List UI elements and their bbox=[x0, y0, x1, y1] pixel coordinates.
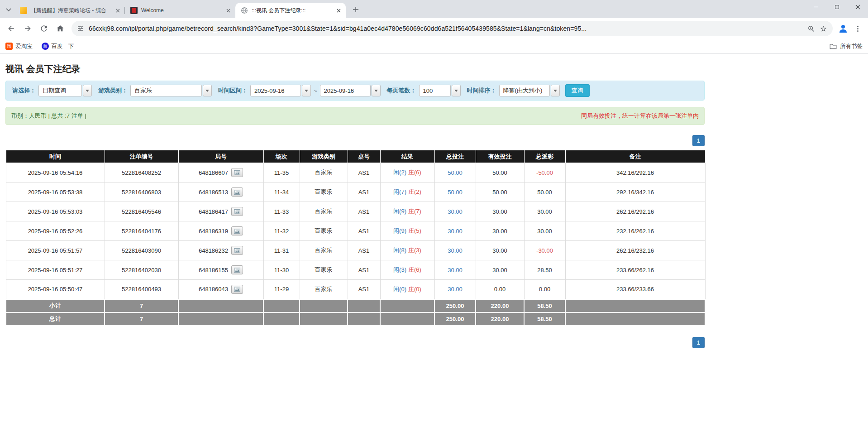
player-result: 闲(2) bbox=[393, 169, 406, 176]
reload-icon[interactable] bbox=[36, 21, 52, 36]
bookmark-star-icon[interactable] bbox=[820, 25, 827, 33]
address-bar[interactable]: 66cxkj98.com/ipl/portal.php/game/betreco… bbox=[72, 21, 833, 36]
forward-icon[interactable] bbox=[20, 21, 35, 36]
new-tab-button[interactable] bbox=[349, 3, 362, 16]
cell-bet-id: 522816408252 bbox=[105, 163, 178, 182]
date-to-select[interactable]: 2025-09-16 bbox=[320, 85, 381, 96]
col-header-round: 局号 bbox=[178, 150, 263, 163]
page-title: 视讯 会员下注纪录 bbox=[5, 63, 868, 75]
round-replay-image-button[interactable] bbox=[231, 226, 243, 235]
bookmark-taobao[interactable]: 淘 爱淘宝 bbox=[5, 43, 33, 50]
per-page-select[interactable]: 100 bbox=[419, 85, 461, 96]
close-button[interactable] bbox=[847, 0, 868, 14]
site-settings-icon[interactable] bbox=[77, 25, 84, 32]
minimize-button[interactable] bbox=[806, 0, 826, 14]
page-1-button[interactable]: 1 bbox=[692, 135, 705, 146]
cell-round: 648186607 bbox=[178, 163, 263, 182]
cell-bet-id: 522816404176 bbox=[105, 221, 178, 241]
cell-bet-id: 522816402030 bbox=[105, 260, 178, 280]
browser-tab-welcome[interactable]: Welcome bbox=[125, 3, 235, 18]
cell-time: 2025-09-16 05:50:47 bbox=[6, 280, 105, 299]
page-content: 视讯 会员下注纪录 请选择： 日期查询 游戏类别： 百家乐 时间区间： 2025… bbox=[0, 63, 868, 348]
search-button[interactable]: 查询 bbox=[565, 84, 590, 97]
round-replay-image-button[interactable] bbox=[231, 265, 243, 274]
per-page-label: 每页笔数： bbox=[387, 86, 416, 95]
cell-time: 2025-09-16 05:54:16 bbox=[6, 163, 105, 182]
currency-summary: 币别：人民币 | 总共 :7 注单 | bbox=[11, 112, 86, 120]
player-result: 闲(0) bbox=[393, 286, 406, 293]
date-from-value[interactable]: 2025-09-16 bbox=[250, 85, 301, 96]
zoom-icon[interactable] bbox=[807, 25, 815, 33]
profile-avatar[interactable] bbox=[836, 22, 850, 35]
chevron-down-icon[interactable] bbox=[302, 85, 311, 96]
tab-close-icon[interactable] bbox=[224, 7, 232, 14]
cell-time: 2025-09-16 05:53:03 bbox=[6, 202, 105, 221]
cell-note: 262.16/232.16 bbox=[565, 241, 705, 260]
chevron-down-icon[interactable] bbox=[452, 85, 461, 96]
round-number: 648186417 bbox=[199, 208, 228, 215]
cell-payout: 28.50 bbox=[524, 260, 565, 280]
chevron-down-icon[interactable] bbox=[372, 85, 381, 96]
bookmark-baidu[interactable]: 百 百度一下 bbox=[42, 43, 74, 50]
cell-game: 百家乐 bbox=[300, 182, 348, 202]
browser-tab-forum[interactable]: 【新提醒】海燕策略论坛 - 综合 bbox=[14, 3, 125, 18]
cell-total-bet[interactable]: 50.00 bbox=[434, 163, 476, 182]
round-number: 648186155 bbox=[199, 267, 228, 274]
cell-result: 闲(2)庄(6) bbox=[380, 163, 434, 182]
cell-total-bet[interactable]: 30.00 bbox=[434, 221, 476, 241]
round-replay-image-button[interactable] bbox=[231, 246, 243, 255]
cell-note: 262.16/292.16 bbox=[565, 202, 705, 221]
back-icon[interactable] bbox=[4, 21, 19, 36]
query-type-value[interactable]: 日期查询 bbox=[38, 85, 82, 96]
round-replay-image-button[interactable] bbox=[231, 207, 243, 216]
cell-total-bet[interactable]: 30.00 bbox=[434, 241, 476, 260]
game-type-value[interactable]: 百家乐 bbox=[130, 85, 202, 96]
tab-search-chevron-icon[interactable] bbox=[3, 4, 14, 16]
player-result: 闲(9) bbox=[393, 227, 406, 234]
cell-total-bet[interactable]: 30.00 bbox=[434, 280, 476, 299]
cell-valid-bet: 50.00 bbox=[476, 182, 524, 202]
per-page-value[interactable]: 100 bbox=[419, 85, 451, 96]
cell-total-bet[interactable]: 50.00 bbox=[434, 182, 476, 202]
maximize-button[interactable] bbox=[826, 0, 847, 14]
sort-select[interactable]: 降冪(由大到小) bbox=[499, 85, 560, 96]
round-number: 648186043 bbox=[199, 286, 228, 293]
all-bookmarks-button[interactable]: 所有书签 bbox=[823, 43, 863, 50]
chevron-down-icon[interactable] bbox=[203, 85, 212, 96]
round-replay-image-button[interactable] bbox=[231, 168, 243, 177]
sort-value[interactable]: 降冪(由大到小) bbox=[499, 85, 550, 96]
subtotal-count: 7 bbox=[105, 299, 178, 312]
round-number: 648186513 bbox=[199, 189, 228, 196]
round-number: 648186319 bbox=[199, 228, 228, 235]
cell-payout: 30.00 bbox=[524, 221, 565, 241]
round-replay-image-button[interactable] bbox=[231, 187, 243, 197]
home-icon[interactable] bbox=[52, 21, 68, 36]
chevron-down-icon[interactable] bbox=[83, 85, 92, 96]
subtotal-label: 小计 bbox=[6, 299, 105, 312]
cell-note: 233.66/262.16 bbox=[565, 260, 705, 280]
query-type-select[interactable]: 日期查询 bbox=[38, 85, 92, 96]
cell-game: 百家乐 bbox=[300, 202, 348, 221]
globe-favicon-icon bbox=[241, 7, 248, 14]
table-row: 2025-09-16 05:50:47 522816400493 6481860… bbox=[6, 280, 705, 299]
date-from-select[interactable]: 2025-09-16 bbox=[250, 85, 311, 96]
subtotal-total-bet: 250.00 bbox=[434, 299, 476, 312]
tab-close-icon[interactable] bbox=[335, 7, 342, 14]
pagination-bottom: 1 bbox=[5, 337, 705, 348]
cell-total-bet[interactable]: 30.00 bbox=[434, 202, 476, 221]
cell-bet-id: 522816405546 bbox=[105, 202, 178, 221]
cell-total-bet[interactable]: 30.00 bbox=[434, 260, 476, 280]
cell-payout: -30.00 bbox=[524, 241, 565, 260]
all-bookmarks-label: 所有书签 bbox=[840, 43, 863, 50]
chevron-down-icon[interactable] bbox=[551, 85, 560, 96]
round-replay-image-button[interactable] bbox=[231, 285, 243, 294]
date-to-value[interactable]: 2025-09-16 bbox=[320, 85, 371, 96]
url-text[interactable]: 66cxkj98.com/ipl/portal.php/game/betreco… bbox=[89, 25, 803, 32]
game-type-select[interactable]: 百家乐 bbox=[130, 85, 212, 96]
menu-kebab-icon[interactable] bbox=[851, 22, 864, 35]
page-1-button[interactable]: 1 bbox=[692, 337, 705, 348]
tab-close-icon[interactable] bbox=[114, 7, 121, 14]
cell-payout: 30.00 bbox=[524, 202, 565, 221]
browser-tab-betrecord[interactable]: :::视讯 会员下注纪录::: bbox=[235, 3, 346, 18]
player-result: 闲(9) bbox=[393, 208, 406, 215]
